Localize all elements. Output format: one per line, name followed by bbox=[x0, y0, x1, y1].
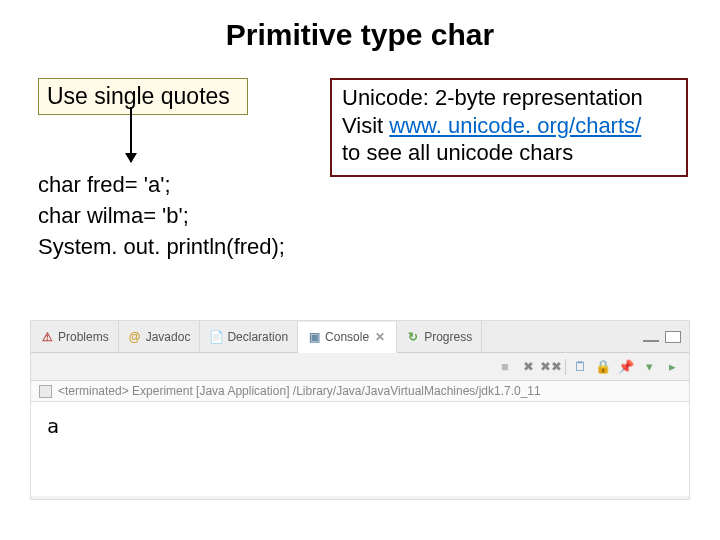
console-toolbar: ■ ✖ ✖✖ 🗒 🔒 📌 ▾ ▸ bbox=[31, 353, 689, 381]
unicode-info-box: Unicode: 2-byte representation Visit www… bbox=[330, 78, 688, 177]
tab-javadoc-label: Javadoc bbox=[146, 330, 191, 344]
code-line-3: System. out. println(fred); bbox=[38, 232, 285, 263]
unicode-line3: to see all unicode chars bbox=[342, 139, 676, 167]
pin-console-button[interactable]: 📌 bbox=[617, 358, 635, 376]
console-status-text: <terminated> Experiment [Java Applicatio… bbox=[58, 384, 541, 398]
tab-console[interactable]: ▣ Console ✕ bbox=[298, 322, 397, 353]
open-console-button[interactable]: ▸ bbox=[663, 358, 681, 376]
scroll-lock-button[interactable]: 🔒 bbox=[594, 358, 612, 376]
slide-title: Primitive type char bbox=[0, 18, 720, 52]
unicode-line1: Unicode: 2-byte representation bbox=[342, 84, 676, 112]
code-line-1: char fred= 'a'; bbox=[38, 170, 285, 201]
problems-icon: ⚠ bbox=[40, 330, 54, 344]
tab-console-label: Console bbox=[325, 330, 369, 344]
tab-progress-label: Progress bbox=[424, 330, 472, 344]
close-icon[interactable]: ✕ bbox=[373, 330, 387, 344]
display-selected-console-button[interactable]: ▾ bbox=[640, 358, 658, 376]
tab-declaration[interactable]: 📄 Declaration bbox=[200, 321, 298, 352]
view-controls bbox=[643, 331, 689, 343]
tab-javadoc[interactable]: @ Javadoc bbox=[119, 321, 201, 352]
unicode-link[interactable]: www. unicode. org/charts/ bbox=[389, 113, 641, 138]
terminated-icon bbox=[39, 385, 52, 398]
declaration-icon: 📄 bbox=[209, 330, 223, 344]
arrow-to-quote bbox=[130, 107, 132, 162]
javadoc-icon: @ bbox=[128, 330, 142, 344]
clear-console-button[interactable]: 🗒 bbox=[571, 358, 589, 376]
code-block: char fred= 'a'; char wilma= 'b'; System.… bbox=[38, 170, 285, 262]
code-line-2: char wilma= 'b'; bbox=[38, 201, 285, 232]
remove-launch-button[interactable]: ✖ bbox=[519, 358, 537, 376]
unicode-visit-prefix: Visit bbox=[342, 113, 389, 138]
tab-problems-label: Problems bbox=[58, 330, 109, 344]
tab-problems[interactable]: ⚠ Problems bbox=[31, 321, 119, 352]
console-status-bar: <terminated> Experiment [Java Applicatio… bbox=[31, 381, 689, 402]
progress-icon: ↻ bbox=[406, 330, 420, 344]
console-icon: ▣ bbox=[307, 330, 321, 344]
minimize-view-button[interactable] bbox=[643, 338, 659, 342]
use-single-quotes-callout: Use single quotes bbox=[38, 78, 248, 115]
ide-tabs: ⚠ Problems @ Javadoc 📄 Declaration ▣ Con… bbox=[31, 321, 689, 353]
tab-declaration-label: Declaration bbox=[227, 330, 288, 344]
maximize-view-button[interactable] bbox=[665, 331, 681, 343]
eclipse-panel: ⚠ Problems @ Javadoc 📄 Declaration ▣ Con… bbox=[30, 320, 690, 500]
console-output: a bbox=[31, 402, 689, 496]
remove-all-button[interactable]: ✖✖ bbox=[542, 358, 560, 376]
tab-progress[interactable]: ↻ Progress bbox=[397, 321, 482, 352]
terminate-button[interactable]: ■ bbox=[496, 358, 514, 376]
